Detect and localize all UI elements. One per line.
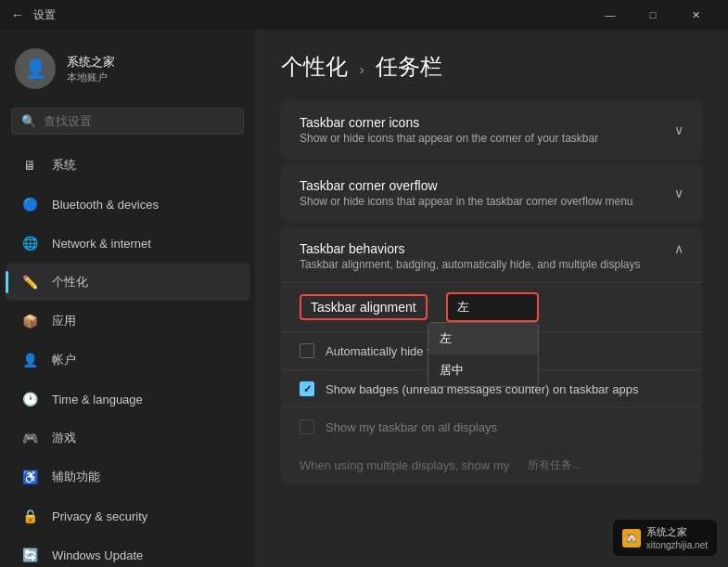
- network-icon: 🌐: [20, 234, 39, 252]
- alignment-label: Taskbar alignment: [300, 294, 428, 320]
- sidebar-label-apps: 应用: [52, 313, 76, 329]
- corner-icons-chevron: ∨: [674, 122, 683, 137]
- corner-icons-card: Taskbar corner icons Show or hide icons …: [281, 100, 702, 160]
- sidebar-item-bluetooth[interactable]: 🔵 Bluetooth & devices: [6, 186, 249, 223]
- corner-overflow-item[interactable]: Taskbar corner overflow Show or hide ico…: [281, 163, 702, 223]
- behaviors-desc: Taskbar alignment, badging, automaticall…: [300, 258, 641, 271]
- sidebar-label-privacy: Privacy & security: [52, 509, 147, 523]
- sidebar-label-personalization: 个性化: [52, 274, 88, 290]
- all-displays-label: Show my taskbar on all displays: [326, 420, 497, 434]
- sidebar-label-accessibility: 辅助功能: [52, 469, 100, 485]
- user-subtitle: 本地账户: [67, 71, 115, 84]
- window-controls: — □ ✕: [589, 0, 717, 30]
- multiple-displays-label: When using multiple displays, show my: [300, 458, 509, 472]
- sidebar-item-accessibility[interactable]: ♿ 辅助功能: [6, 458, 249, 496]
- maximize-button[interactable]: □: [632, 0, 674, 30]
- alignment-option-center[interactable]: 居中: [428, 354, 538, 386]
- user-profile[interactable]: 👤 系统之家 本地账户: [0, 37, 255, 104]
- search-box[interactable]: 🔍: [11, 108, 244, 135]
- show-badges-checkbox[interactable]: [300, 381, 314, 396]
- app-body: 👤 系统之家 本地账户 🔍 🖥 系统 🔵 Bluetooth & devices…: [0, 30, 728, 567]
- privacy-icon: 🔒: [20, 507, 39, 525]
- sidebar-item-personalization[interactable]: ✏️ 个性化: [6, 264, 249, 301]
- main-content: 个性化 › 任务栏 Taskbar corner icons Show or h…: [255, 30, 728, 567]
- alignment-selected[interactable]: 左: [446, 292, 539, 322]
- close-button[interactable]: ✕: [674, 0, 717, 30]
- accounts-icon: 👤: [20, 351, 39, 369]
- watermark-text: 系统之家 xitongzhijia.net: [646, 525, 708, 550]
- sidebar-label-gaming: 游戏: [52, 430, 76, 446]
- sidebar-item-system[interactable]: 🖥 系统: [6, 147, 249, 184]
- corner-icons-title: Taskbar corner icons: [300, 115, 598, 130]
- all-displays-row: Show my taskbar on all displays: [281, 408, 702, 446]
- alignment-dropdown[interactable]: 左 左 居中: [446, 292, 539, 322]
- corner-overflow-desc: Show or hide icons that appear in the ta…: [300, 195, 633, 208]
- sidebar: 👤 系统之家 本地账户 🔍 🖥 系统 🔵 Bluetooth & devices…: [0, 30, 255, 567]
- user-info: 系统之家 本地账户: [67, 54, 115, 84]
- corner-icons-desc: Show or hide icons that appear on the co…: [300, 132, 598, 145]
- alignment-option-left[interactable]: 左: [428, 323, 538, 354]
- sidebar-label-accounts: 帐户: [52, 352, 76, 368]
- alignment-row: Taskbar alignment 左 左 居中: [281, 283, 702, 332]
- title-bar: ← 设置 — □ ✕: [0, 0, 728, 30]
- sidebar-label-update: Windows Update: [52, 548, 143, 562]
- apps-icon: 📦: [20, 312, 39, 330]
- sidebar-item-privacy[interactable]: 🔒 Privacy & security: [6, 497, 249, 535]
- search-input[interactable]: [44, 114, 234, 128]
- corner-icons-item[interactable]: Taskbar corner icons Show or hide icons …: [281, 100, 702, 160]
- sidebar-item-network[interactable]: 🌐 Network & internet: [6, 225, 249, 262]
- sidebar-item-accounts[interactable]: 👤 帐户: [6, 341, 249, 379]
- corner-overflow-title: Taskbar corner overflow: [300, 178, 633, 193]
- sidebar-item-apps[interactable]: 📦 应用: [6, 303, 249, 340]
- watermark: 🏠 系统之家 xitongzhijia.net: [613, 520, 717, 556]
- bluetooth-icon: 🔵: [20, 195, 39, 213]
- avatar: 👤: [15, 48, 56, 89]
- multiple-displays-value: 所有任务...: [528, 457, 581, 473]
- behaviors-section: Taskbar behaviors Taskbar alignment, bad…: [281, 226, 702, 484]
- multiple-displays-row: When using multiple displays, show my 所有…: [281, 446, 702, 484]
- sidebar-label-bluetooth: Bluetooth & devices: [52, 198, 159, 212]
- auto-hide-checkbox[interactable]: [300, 343, 314, 358]
- personalization-icon: ✏️: [20, 273, 39, 291]
- page-title: 个性化 › 任务栏: [281, 52, 702, 82]
- minimize-button[interactable]: —: [589, 0, 632, 30]
- accessibility-icon: ♿: [20, 468, 39, 486]
- sidebar-label-network: Network & internet: [52, 237, 151, 251]
- sidebar-label-system: 系统: [52, 157, 76, 174]
- corner-overflow-chevron: ∨: [674, 186, 683, 200]
- behaviors-chevron: ∧: [674, 241, 683, 256]
- search-icon: 🔍: [21, 114, 36, 128]
- sidebar-item-windows-update[interactable]: 🔄 Windows Update: [6, 536, 249, 567]
- sidebar-item-gaming[interactable]: 🎮 游戏: [6, 419, 249, 457]
- back-button[interactable]: ←: [11, 7, 24, 22]
- watermark-logo: 🏠: [622, 529, 641, 548]
- window-title: 设置: [33, 7, 56, 23]
- sidebar-label-time: Time & language: [52, 393, 143, 406]
- sidebar-item-time[interactable]: 🕐 Time & language: [6, 380, 249, 418]
- system-icon: 🖥: [20, 156, 39, 174]
- gaming-icon: 🎮: [20, 429, 39, 447]
- alignment-options: 左 居中: [428, 322, 539, 387]
- time-icon: 🕐: [20, 390, 39, 408]
- behaviors-header[interactable]: Taskbar behaviors Taskbar alignment, bad…: [281, 226, 702, 283]
- behaviors-title: Taskbar behaviors: [300, 241, 641, 256]
- user-name: 系统之家: [67, 54, 115, 71]
- update-icon: 🔄: [20, 546, 39, 564]
- corner-overflow-card: Taskbar corner overflow Show or hide ico…: [281, 163, 702, 223]
- all-displays-checkbox[interactable]: [300, 419, 314, 434]
